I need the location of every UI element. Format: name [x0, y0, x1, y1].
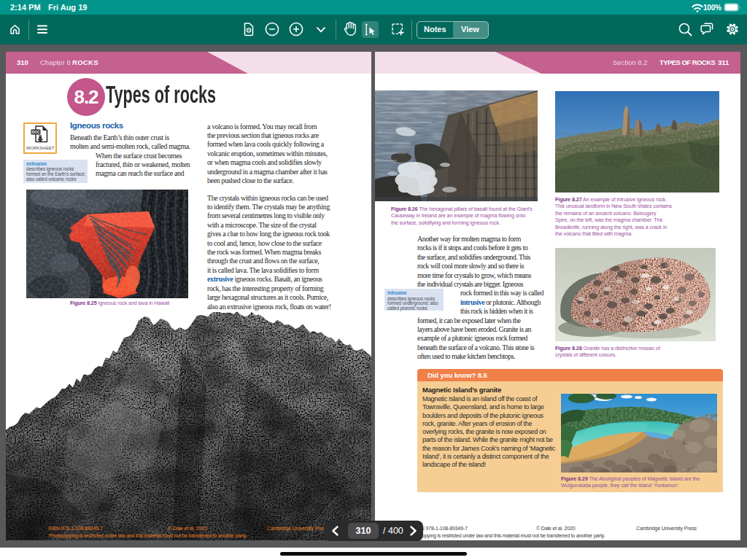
svg-text:DOC: DOC — [31, 130, 40, 134]
